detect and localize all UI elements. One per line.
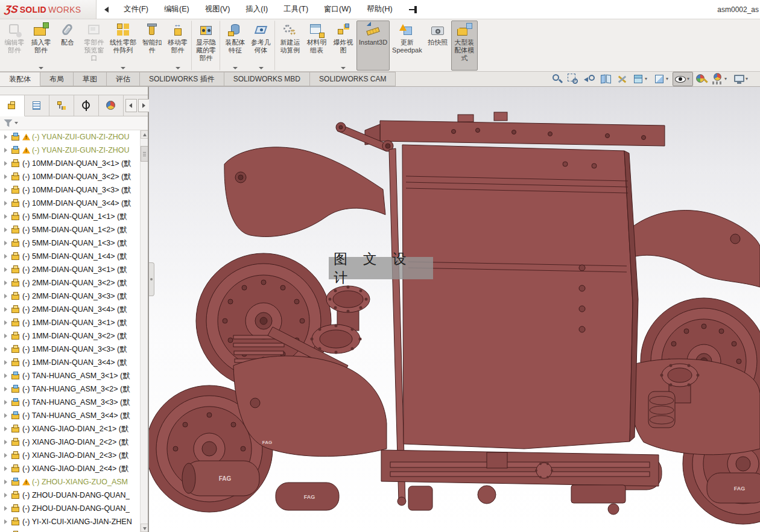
expand-arrow-icon[interactable]: [2, 133, 10, 141]
panel-collapse-handle[interactable]: [149, 262, 154, 296]
show-hidden-components-button[interactable]: 显示隐 藏的零 部件: [194, 21, 220, 71]
annotations-button[interactable]: [614, 72, 630, 86]
section-view-button[interactable]: [598, 72, 613, 86]
scroll-down-icon[interactable]: [141, 524, 148, 532]
tree-item[interactable]: (-) ZHOU-DUAN-DANG-QUAN_: [0, 502, 140, 515]
filter-funnel-icon[interactable]: [4, 119, 13, 127]
expand-arrow-icon[interactable]: [2, 372, 10, 379]
expand-arrow-icon[interactable]: [2, 319, 10, 326]
menu-file[interactable]: 文件(F): [116, 0, 156, 19]
menu-tools[interactable]: 工具(T): [276, 0, 316, 19]
propertymanager-tab[interactable]: [25, 95, 49, 116]
expand-arrow-icon[interactable]: [2, 359, 10, 366]
previous-view-button[interactable]: [581, 72, 597, 86]
tree-item[interactable]: (-) 1MM-DIAN-QUAN_3<1> (默: [0, 316, 140, 329]
tab-sketch[interactable]: 草图: [74, 72, 107, 86]
tree-item[interactable]: (-) 1MM-DIAN-QUAN_3<2> (默: [0, 329, 140, 343]
large-assembly-mode-button[interactable]: 大型装 配体模 式: [451, 21, 478, 71]
expand-arrow-icon[interactable]: [2, 293, 10, 300]
zoom-to-fit-button[interactable]: [549, 72, 565, 86]
tree-item[interactable]: (-) TAN-HUANG_ASM_3<4> (默: [0, 409, 140, 422]
scrollbar-thumb[interactable]: [141, 146, 148, 162]
model-canvas[interactable]: FAG FAG FAG FAG FAG: [149, 87, 760, 532]
expand-arrow-icon[interactable]: [2, 399, 10, 406]
tree-item[interactable]: (-) TAN-HUANG_ASM_3<3> (默: [0, 396, 140, 409]
expand-arrow-icon[interactable]: [2, 385, 10, 393]
scroll-up-icon[interactable]: [141, 130, 148, 139]
expand-arrow-icon[interactable]: [2, 253, 10, 260]
tree-item[interactable]: (-) YI-XI-CUI-XIANG-JIAN-ZHEN: [0, 515, 140, 528]
tree-item[interactable]: (-) XIANG-JIAO-DIAN_2<4> (默: [0, 462, 140, 475]
tree-item[interactable]: (-) 1MM-DIAN-QUAN_3<4> (默: [0, 356, 140, 369]
tree-item[interactable]: (-) 2MM-DIAN-QUAN_3<2> (默: [0, 276, 140, 290]
zoom-to-area-button[interactable]: [565, 72, 581, 86]
expand-arrow-icon[interactable]: [2, 452, 10, 459]
expand-arrow-icon[interactable]: [2, 160, 10, 167]
expand-arrow-icon[interactable]: [2, 200, 10, 207]
tree-item[interactable]: (-) YUAN-ZUI-GUN-ZI-ZHOU: [0, 130, 140, 144]
tree-item[interactable]: (-) 5MM-DIAN-QUAN_1<4> (默: [0, 250, 140, 263]
tree-item[interactable]: (-) 10MM-DIAN-QUAN_3<1> (默: [0, 157, 140, 170]
new-motion-study-button[interactable]: 新建运 动算例: [277, 21, 303, 71]
menu-view[interactable]: 视图(V): [197, 0, 238, 19]
displaymanager-tab[interactable]: [99, 95, 124, 116]
tree-item[interactable]: (-) XIANG-JIAO-DIAN_2<1> (默: [0, 422, 140, 435]
expand-arrow-icon[interactable]: [2, 425, 10, 432]
tab-solidworks-cam[interactable]: SOLIDWORKS CAM: [310, 72, 396, 86]
move-component-button[interactable]: 移动零 部件: [165, 21, 192, 71]
expand-arrow-icon[interactable]: [2, 492, 10, 499]
tab-evaluate[interactable]: 评估: [107, 72, 140, 86]
tree-item[interactable]: (-) 2MM-DIAN-QUAN_3<1> (默: [0, 263, 140, 276]
featuremanager-tab[interactable]: [0, 95, 25, 116]
tree-item[interactable]: (-) 5MM-DIAN-QUAN_1<2> (默: [0, 223, 140, 236]
tab-solidworks-mbd[interactable]: SOLIDWORKS MBD: [224, 72, 310, 86]
tree-item[interactable]: (-) ZHOU-DUAN-DANG-QUAN_: [0, 489, 140, 502]
panel-nav-left-icon[interactable]: [125, 99, 137, 112]
menu-edit[interactable]: 编辑(E): [156, 0, 197, 19]
tree-item[interactable]: (-) 1MM-DIAN-QUAN_3<3> (默: [0, 343, 140, 356]
component-preview-button[interactable]: 零部件 预览窗 口: [81, 21, 107, 71]
tab-layout[interactable]: 布局: [40, 72, 74, 86]
center-plate[interactable]: [402, 145, 638, 449]
expand-arrow-icon[interactable]: [2, 505, 10, 512]
menu-window[interactable]: 窗口(W): [316, 0, 359, 19]
exploded-view-button[interactable]: 爆炸视 图: [330, 21, 356, 71]
expand-arrow-icon[interactable]: [2, 239, 10, 247]
expand-arrow-icon[interactable]: [2, 226, 10, 233]
tree-item[interactable]: [0, 528, 140, 532]
expand-arrow-icon[interactable]: [2, 279, 10, 287]
menu-insert[interactable]: 插入(I): [238, 0, 276, 19]
configurationmanager-tab[interactable]: [49, 95, 74, 116]
tree-item[interactable]: (-) 2MM-DIAN-QUAN_3<4> (默: [0, 303, 140, 316]
expand-arrow-icon[interactable]: [2, 332, 10, 340]
expand-arrow-icon[interactable]: [2, 465, 10, 472]
menu-collapse-icon[interactable]: [103, 5, 111, 14]
edit-appearance-button[interactable]: [694, 72, 709, 86]
expand-arrow-icon[interactable]: [2, 439, 10, 446]
graphics-viewport[interactable]: FAG FAG FAG FAG FAG: [149, 87, 760, 532]
expand-arrow-icon[interactable]: [2, 518, 10, 525]
expand-arrow-icon[interactable]: [2, 266, 10, 273]
expand-arrow-icon[interactable]: [2, 478, 10, 486]
pin-menu-icon[interactable]: [409, 5, 420, 14]
expand-arrow-icon[interactable]: [2, 346, 10, 353]
expand-arrow-icon[interactable]: [2, 213, 10, 220]
tab-solidworks-addins[interactable]: SOLIDWORKS 插件: [140, 72, 224, 86]
bill-of-materials-button[interactable]: 材料明 细表: [303, 21, 330, 71]
tree-item[interactable]: (-) 10MM-DIAN-QUAN_3<2> (默: [0, 170, 140, 183]
tree-item[interactable]: (-) 2MM-DIAN-QUAN_3<3> (默: [0, 290, 140, 303]
tab-assembly[interactable]: 装配体: [0, 72, 40, 86]
mate-button[interactable]: 配合: [54, 21, 81, 71]
top-beam[interactable]: [365, 112, 665, 146]
tree-item[interactable]: (-) TAN-HUANG_ASM_3<1> (默: [0, 369, 140, 382]
expand-arrow-icon[interactable]: [2, 147, 10, 154]
linear-pattern-button[interactable]: 线性零部 件阵列: [107, 21, 139, 71]
tree-item[interactable]: (-) 10MM-DIAN-QUAN_3<3> (默: [0, 183, 140, 197]
tree-item[interactable]: (-) YUAN-ZUI-GUN-ZI-ZHOU: [0, 144, 140, 157]
expand-arrow-icon[interactable]: [2, 186, 10, 194]
panel-nav-right-icon[interactable]: [138, 99, 150, 112]
assembly-features-button[interactable]: 装配体 特征: [222, 21, 249, 71]
tree-item[interactable]: (-) TAN-HUANG_ASM_3<2> (默: [0, 382, 140, 396]
view-settings-button[interactable]: [731, 72, 752, 86]
expand-arrow-icon[interactable]: [2, 173, 10, 180]
